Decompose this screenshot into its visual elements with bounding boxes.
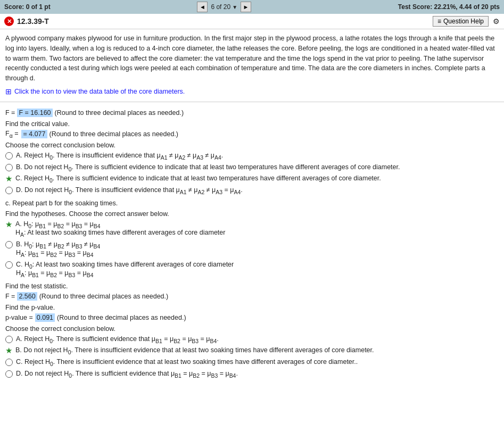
hyp-option-b[interactable]: B. H0: μB1 ≠ μB2 ≠ μB3 ≠ μB4 HA: μB1 = μ… — [5, 240, 499, 258]
radio-hb[interactable] — [5, 241, 13, 248]
pvalue-value[interactable]: 0.091 — [35, 313, 55, 322]
conc2-option-b[interactable]: ★ B. Do not reject H0. There is insuffic… — [5, 346, 499, 355]
pvalue-row: p-value = 0.091 (Round to three decimal … — [5, 313, 499, 322]
find-critical-label: Find the critical value. — [5, 120, 499, 128]
top-bar: Score: 0 of 1 pt ◄ 6 of 20 ▼ ► Test Scor… — [0, 0, 504, 14]
find-pvalue-label: Find the p-value. — [5, 304, 499, 311]
question-title: 12.3.39-T — [17, 17, 49, 26]
gear-icon[interactable]: ⚙ — [493, 17, 500, 26]
radio-a[interactable] — [5, 152, 13, 160]
problem-area: A plywood company makes plywood for use … — [0, 29, 504, 102]
title-bar: ✕ 12.3.39-T ≡ Question Help ⚙ — [0, 14, 504, 29]
title-right: ≡ Question Help ⚙ — [433, 16, 500, 27]
prev-button[interactable]: ◄ — [197, 2, 208, 12]
grid-icon: ⊞ — [5, 86, 12, 97]
conc2-option-a[interactable]: A. Reject H0. There is sufficient eviden… — [5, 335, 499, 344]
main-content: F = F = 16.160 (Round to three decimal p… — [0, 102, 504, 440]
page-display[interactable]: 6 of 20 ▼ — [211, 3, 237, 11]
f2-value[interactable]: 2.560 — [17, 292, 37, 301]
f-value-row: F = F = 16.160 (Round to three decimal p… — [5, 109, 499, 117]
f2-value-row: F = 2.560 (Round to three decimal places… — [5, 292, 499, 301]
problem-text: A plywood company makes plywood for use … — [5, 34, 499, 84]
find-test-stat-label: Find the test statistic. — [5, 283, 499, 290]
score-label: Score: 0 of 1 pt — [4, 3, 51, 11]
find-hypotheses-label: Find the hypotheses. Choose the correct … — [5, 210, 499, 218]
star-icon-ha: ★ — [5, 220, 12, 229]
conc2-option-c[interactable]: C. Reject H0. There is insufficient evid… — [5, 358, 499, 367]
option-d-conclusion[interactable]: D. Do not reject H0. There is insufficie… — [5, 186, 499, 195]
title-left: ✕ 12.3.39-T — [4, 16, 49, 26]
list-icon: ≡ — [437, 18, 441, 25]
option-a-conclusion[interactable]: A. Reject H0. There is insufficient evid… — [5, 152, 499, 161]
f-value[interactable]: F = 16.160 — [17, 109, 52, 117]
conclusion2-label: Choose the correct conclusion below. — [5, 325, 499, 333]
f-alpha-row: Fα = = 4.077 (Round to three decimal pla… — [5, 130, 499, 139]
option-b-conclusion[interactable]: B. Do not reject H0. There is sufficient… — [5, 163, 499, 172]
f-alpha-value[interactable]: = 4.077 — [21, 130, 47, 138]
star-icon-c2b: ★ — [5, 346, 12, 355]
radio-d[interactable] — [5, 187, 13, 194]
question-help-button[interactable]: ≡ Question Help — [433, 16, 489, 27]
radio-c2a[interactable] — [5, 336, 13, 343]
nav-area: ◄ 6 of 20 ▼ ► — [197, 2, 251, 12]
hyp-option-a[interactable]: ★ A. H0: μB1 = μB2 = μB3 = μB4 HA: At le… — [5, 220, 499, 238]
hyp-option-c[interactable]: C. H0: At least two soaking times have d… — [5, 261, 499, 278]
close-button[interactable]: ✕ — [4, 16, 14, 26]
star-icon-c: ★ — [5, 174, 12, 184]
conclusion-label: Choose the correct conclusion below. — [5, 142, 499, 149]
next-button[interactable]: ► — [241, 2, 251, 12]
conc2-option-d[interactable]: D. Do not reject H0. There is sufficient… — [5, 370, 499, 379]
data-table-link[interactable]: ⊞ Click the icon to view the data table … — [5, 86, 499, 97]
radio-c2c[interactable] — [5, 359, 13, 366]
radio-hc[interactable] — [5, 261, 13, 269]
radio-b[interactable] — [5, 164, 13, 171]
option-c-conclusion[interactable]: ★ C. Reject H0. There is sufficient evid… — [5, 175, 499, 184]
test-score: Test Score: 22.21%, 4.44 of 20 pts — [398, 3, 500, 11]
part-c-label: c. Repeat part b for the soaking times. — [5, 200, 499, 207]
radio-c2d[interactable] — [5, 370, 13, 378]
